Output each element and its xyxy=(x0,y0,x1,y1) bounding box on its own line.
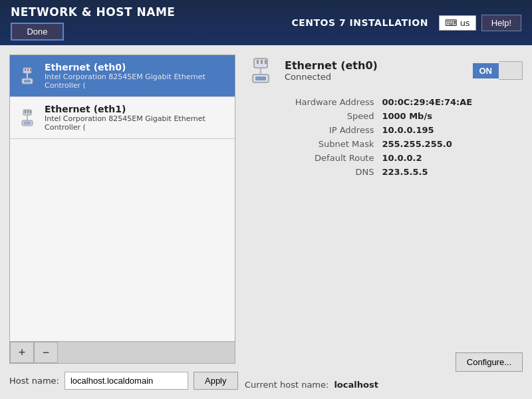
speed-label: Speed xyxy=(245,111,374,121)
eth-header-left: Ethernet (eth0) Connected xyxy=(245,55,378,86)
current-hostname-value: localhost xyxy=(334,380,378,390)
toggle-off-area xyxy=(499,61,523,80)
default-route-label: Default Route xyxy=(245,153,374,163)
subnet-mask-value: 255.255.255.0 xyxy=(382,139,523,149)
svg-rect-15 xyxy=(257,60,259,64)
device-list: Ethernet (eth0) Intel Corporation 82545E… xyxy=(9,55,235,342)
default-route-value: 10.0.0.2 xyxy=(382,153,523,163)
add-device-button[interactable]: + xyxy=(10,342,34,363)
device-info: Ethernet (eth0) Intel Corporation 82545E… xyxy=(45,62,228,90)
apply-button[interactable]: Apply xyxy=(194,372,238,390)
language-selector[interactable]: ⌨ us xyxy=(439,15,476,31)
left-panel: Ethernet (eth0) Intel Corporation 82545E… xyxy=(9,55,235,390)
device-info: Ethernet (eth1) Intel Corporation 82545E… xyxy=(45,104,228,132)
svg-rect-6 xyxy=(24,80,31,82)
hostname-row: Host name: Apply xyxy=(9,372,235,390)
hardware-address-label: Hardware Address xyxy=(245,97,374,107)
device-list-buttons: + − xyxy=(9,342,235,364)
hostname-label: Host name: xyxy=(9,376,59,386)
svg-rect-9 xyxy=(27,110,29,113)
svg-rect-3 xyxy=(30,68,31,71)
speed-value: 1000 Mb/s xyxy=(382,111,523,121)
svg-rect-10 xyxy=(30,110,31,113)
svg-rect-17 xyxy=(265,60,267,64)
svg-rect-20 xyxy=(255,76,266,80)
header: NETWORK & HOST NAME Done CENTOS 7 INSTAL… xyxy=(0,0,532,45)
eth-header: Ethernet (eth0) Connected ON xyxy=(245,55,523,86)
details-table: Hardware Address 00:0C:29:4E:74:AE Speed… xyxy=(245,97,523,177)
dns-value: 223.5.5.5 xyxy=(382,167,523,177)
right-panel: Ethernet (eth0) Connected ON Hardware Ad… xyxy=(245,55,523,390)
hostname-input[interactable] xyxy=(65,372,188,390)
svg-rect-1 xyxy=(25,68,26,71)
configure-button[interactable]: Configure... xyxy=(456,352,523,372)
svg-rect-13 xyxy=(24,122,31,124)
install-title: CENTOS 7 INSTALLATION xyxy=(292,17,428,28)
hardware-address-value: 00:0C:29:4E:74:AE xyxy=(382,97,523,107)
page-title: NETWORK & HOST NAME xyxy=(11,5,175,19)
svg-rect-8 xyxy=(25,110,26,113)
device-description: Intel Corporation 82545EM Gigabit Ethern… xyxy=(45,72,228,90)
remove-device-button[interactable]: − xyxy=(34,342,58,363)
svg-rect-16 xyxy=(261,60,263,64)
toggle-switch[interactable]: ON xyxy=(473,61,523,80)
svg-rect-2 xyxy=(27,68,29,71)
device-description: Intel Corporation 82545EM Gigabit Ethern… xyxy=(45,114,228,132)
subnet-mask-label: Subnet Mask xyxy=(245,139,374,149)
header-right: CENTOS 7 INSTALLATION ⌨ us Help! xyxy=(292,15,522,31)
device-name: Ethernet (eth1) xyxy=(45,104,228,114)
ip-address-value: 10.0.0.195 xyxy=(382,125,523,135)
device-name: Ethernet (eth0) xyxy=(45,62,228,72)
lang-value: us xyxy=(460,18,470,28)
ethernet-icon xyxy=(17,65,38,86)
ip-address-label: IP Address xyxy=(245,125,374,135)
keyboard-icon: ⌨ xyxy=(445,18,458,28)
eth-device-status: Connected xyxy=(285,72,378,82)
eth-plug-icon xyxy=(245,55,277,86)
current-host-row: Current host name: localhost xyxy=(245,380,523,390)
help-button[interactable]: Help! xyxy=(481,15,521,31)
eth-title-block: Ethernet (eth0) Connected xyxy=(285,59,378,82)
list-item[interactable]: Ethernet (eth0) Intel Corporation 82545E… xyxy=(10,55,235,97)
done-button[interactable]: Done xyxy=(11,23,64,41)
eth-device-name: Ethernet (eth0) xyxy=(285,59,378,72)
dns-label: DNS xyxy=(245,167,374,177)
toggle-on-button[interactable]: ON xyxy=(473,63,499,78)
current-hostname-label: Current host name: xyxy=(245,380,329,390)
list-item[interactable]: Ethernet (eth1) Intel Corporation 82545E… xyxy=(10,97,235,139)
ethernet-icon xyxy=(17,107,38,128)
main-content: Ethernet (eth0) Intel Corporation 82545E… xyxy=(0,45,532,399)
header-left: NETWORK & HOST NAME Done xyxy=(11,5,175,41)
